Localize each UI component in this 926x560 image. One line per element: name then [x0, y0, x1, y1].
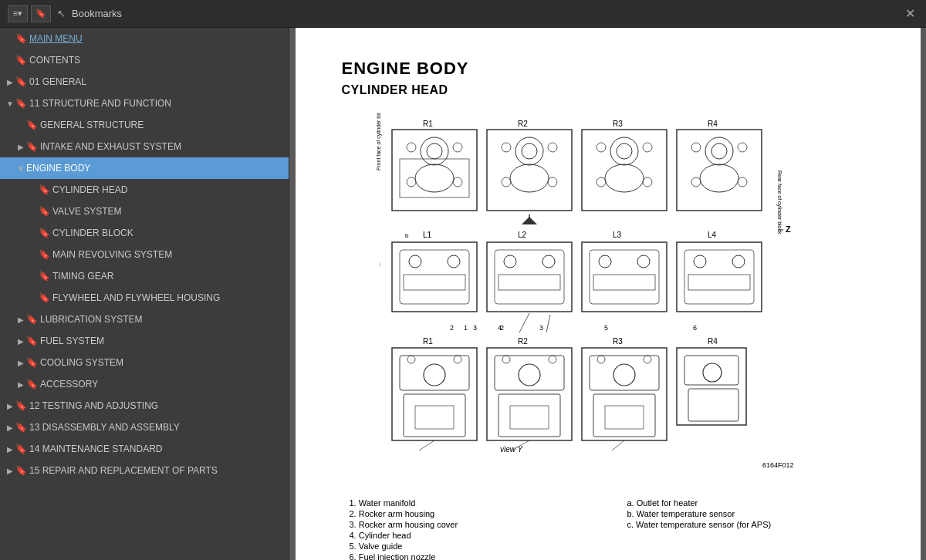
svg-rect-59 [582, 242, 667, 312]
svg-text:Z: Z [786, 224, 791, 234]
content-area: ENGINE BODY CYLINDER HEAD R1 R2 R3 R4 [289, 28, 926, 560]
sidebar-label-lubrication: LUBRICATION SYSTEM [40, 314, 142, 325]
sidebar-label-contents: CONTENTS [29, 55, 80, 66]
document-page: ENGINE BODY CYLINDER HEAD R1 R2 R3 R4 [296, 28, 921, 560]
svg-text:Rear face of cylinder block: Rear face of cylinder block [776, 170, 782, 234]
svg-point-24 [596, 143, 606, 152]
sidebar-label-01-general: 01 GENERAL [29, 76, 86, 87]
bookmark-icon-contents: 🔖 [15, 55, 26, 66]
svg-point-35 [738, 177, 747, 187]
arrow-lubrication: ▶ [15, 315, 26, 324]
sidebar-item-accessory[interactable]: ▶ 🔖 ACCESSORY [0, 373, 289, 395]
svg-point-86 [424, 364, 445, 386]
arrow-12-testing: ▶ [5, 402, 15, 410]
svg-point-22 [610, 137, 638, 165]
sidebar-item-timing-gear[interactable]: 🔖 TIMING GEAR [0, 265, 289, 287]
svg-text:R2: R2 [518, 337, 528, 346]
cylinder-head-diagram: R1 R2 R3 R4 [342, 113, 882, 560]
arrow-11-structure: ▼ [5, 100, 15, 108]
sidebar-item-general-structure[interactable]: 🔖 GENERAL STRUCTURE [0, 114, 289, 136]
bookmark-icon-timing-gear: 🔖 [39, 271, 49, 282]
sidebar-item-intake-exhaust[interactable]: ▶ 🔖 INTAKE AND EXHAUST SYSTEM [0, 136, 289, 157]
close-button[interactable]: ✕ [905, 8, 915, 20]
svg-point-101 [597, 356, 605, 363]
sidebar-item-valve-system[interactable]: 🔖 VALVE SYSTEM [0, 201, 289, 222]
sidebar-item-14-maintenance[interactable]: ▶ 🔖 14 MAINTENANCE STANDARD [0, 438, 289, 460]
svg-point-19 [548, 177, 557, 187]
legend-item-6: 6. Fuel injection nozzle [350, 552, 596, 560]
sidebar-item-11-structure[interactable]: ▼ 🔖 11 STRUCTURE AND FUNCTION [0, 93, 289, 114]
svg-rect-96 [510, 406, 549, 429]
toolbar-icons: ≡▾ 🔖 ↖ [8, 5, 66, 22]
bookmark-icon-14-maintenance: 🔖 [15, 444, 26, 454]
menu-icon[interactable]: ≡▾ [8, 5, 28, 22]
sidebar-item-contents[interactable]: 🔖 CONTENTS [0, 49, 289, 71]
legend-item-a: a. Outlet for heater [627, 498, 874, 508]
sidebar-item-main-menu[interactable]: 🔖 MAIN MENU [0, 28, 289, 49]
svg-point-5 [421, 137, 448, 165]
sidebar-label-timing-gear: TIMING GEAR [52, 271, 113, 282]
svg-text:L3: L3 [613, 231, 622, 239]
svg-point-17 [548, 143, 557, 152]
collapse-sidebar-button[interactable]: ◀ [289, 282, 289, 305]
svg-point-57 [542, 255, 555, 268]
svg-point-87 [407, 356, 415, 363]
arrow-14-maintenance: ▶ [5, 445, 15, 454]
sidebar-label-cylinder-head: CYLINDER HEAD [52, 184, 127, 195]
svg-text:R1: R1 [423, 120, 433, 128]
sidebar-label-14-maintenance: 14 MAINTENANCE STANDARD [29, 444, 162, 454]
sidebar-item-15-repair[interactable]: ▶ 🔖 15 REPAIR AND REPLACEMENT OF PARTS [0, 460, 289, 481]
bookmark-list[interactable]: 🔖 MAIN MENU 🔖 CONTENTS ▶ 🔖 01 GENERAL ▼ … [0, 28, 289, 560]
arrow-fuel-system: ▶ [15, 337, 26, 346]
sidebar-item-lubrication[interactable]: ▶ 🔖 LUBRICATION SYSTEM [0, 309, 289, 330]
svg-rect-105 [684, 356, 738, 385]
svg-rect-85 [404, 394, 465, 437]
sidebar-label-engine-body: ENGINE BODY [26, 163, 90, 174]
bookmarks-panel: 🔖 MAIN MENU 🔖 CONTENTS ▶ 🔖 01 GENERAL ▼ … [0, 28, 289, 560]
svg-rect-91 [495, 356, 564, 390]
bookmark-icon-fuel-system: 🔖 [26, 336, 37, 346]
svg-rect-103 [605, 406, 644, 429]
bookmark-icon-13-disassembly: 🔖 [15, 422, 26, 433]
sidebar-item-cylinder-block[interactable]: 🔖 CYLINDER BLOCK [0, 222, 289, 244]
svg-point-6 [427, 143, 442, 159]
svg-point-36 [700, 164, 738, 192]
svg-text:R1: R1 [423, 337, 433, 346]
sidebar-item-12-testing[interactable]: ▶ 🔖 12 TESTING AND ADJUSTING [0, 395, 289, 417]
legend-item-3: 3. Rocker arm housing cover [350, 520, 596, 529]
legend-item-4: 4. Cylinder head [350, 531, 596, 540]
bookmark-icon-cylinder-block: 🔖 [39, 228, 49, 238]
svg-point-51 [409, 255, 421, 268]
sidebar-label-cooling-system: COOLING SYSTEM [40, 357, 123, 368]
sidebar-item-main-revolving[interactable]: 🔖 MAIN REVOLVING SYSTEM [0, 244, 289, 265]
legend-right: a. Outlet for heater b. Water temperatur… [627, 498, 874, 560]
sidebar-item-flywheel[interactable]: 🔖 FLYWHEEL AND FLYWHEEL HOUSING [0, 287, 289, 309]
svg-point-26 [596, 177, 606, 187]
svg-point-7 [407, 143, 416, 152]
svg-rect-49 [392, 242, 477, 312]
svg-point-15 [522, 143, 537, 159]
sidebar-label-flywheel: FLYWHEEL AND FLYWHEEL HOUSING [52, 292, 220, 303]
svg-point-94 [502, 356, 510, 363]
svg-point-20 [510, 164, 549, 192]
sidebar-item-01-general[interactable]: ▶ 🔖 01 GENERAL [0, 71, 289, 93]
svg-text:6164F012: 6164F012 [762, 461, 794, 469]
svg-rect-53 [404, 275, 465, 290]
svg-text:L2: L2 [518, 231, 527, 239]
svg-rect-89 [415, 406, 454, 429]
svg-point-28 [605, 164, 644, 192]
svg-rect-29 [677, 130, 762, 211]
svg-point-23 [617, 143, 632, 159]
svg-rect-92 [498, 394, 560, 437]
sidebar-item-cooling-system[interactable]: ▶ 🔖 COOLING SYSTEM [0, 352, 289, 373]
sidebar-item-engine-body[interactable]: ▼ ENGINE BODY [0, 157, 289, 179]
bookmark-icon-12-testing: 🔖 [15, 400, 26, 411]
svg-rect-58 [498, 275, 560, 290]
bookmark-icon[interactable]: 🔖 [31, 5, 51, 22]
panel-title: Bookmarks [72, 8, 122, 19]
sidebar-item-cylinder-head[interactable]: 🔖 CYLINDER HEAD [0, 179, 289, 201]
page-subtitle: CYLINDER HEAD [342, 83, 882, 97]
sidebar-item-13-disassembly[interactable]: ▶ 🔖 13 DISASSEMBLY AND ASSEMBLY [0, 417, 289, 438]
svg-text:R3: R3 [613, 120, 623, 128]
sidebar-item-fuel-system[interactable]: ▶ 🔖 FUEL SYSTEM [0, 330, 289, 352]
